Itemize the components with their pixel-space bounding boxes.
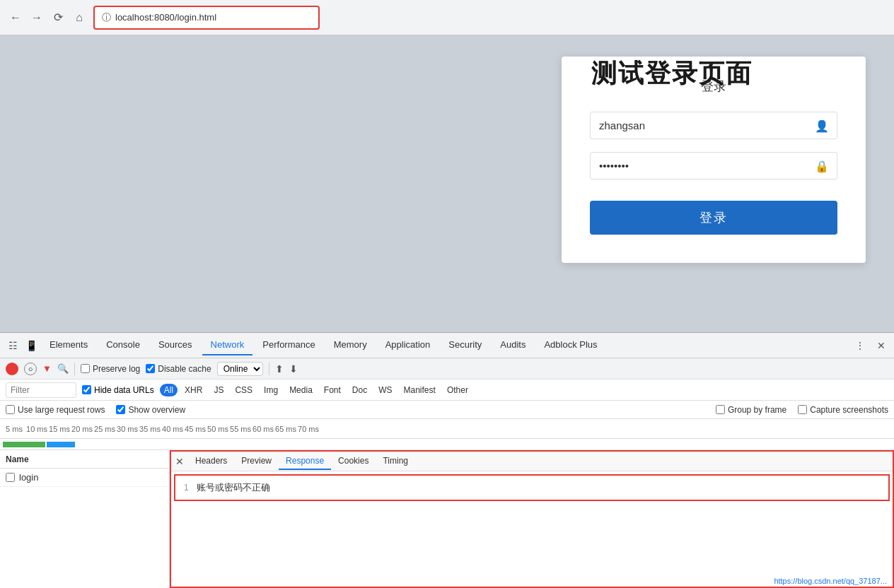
response-tab-timing[interactable]: Timing: [376, 453, 415, 470]
request-checkbox[interactable]: [6, 473, 15, 482]
mobile-icon[interactable]: 📱: [23, 337, 40, 354]
options-right: Group by frame Capture screenshots: [716, 405, 888, 415]
timeline-blue-bar: [47, 442, 75, 447]
browser-content: 测试登录页面 登录 👤 🔒 登录: [0, 35, 894, 332]
tab-audits[interactable]: Audits: [492, 335, 534, 355]
response-tab-headers[interactable]: Headers: [188, 453, 234, 470]
stop-button[interactable]: ○: [24, 363, 37, 375]
tab-network[interactable]: Network: [202, 335, 253, 355]
tab-adblock[interactable]: Adblock Plus: [535, 335, 605, 355]
filter-tag-other[interactable]: Other: [443, 384, 472, 396]
forward-button[interactable]: →: [28, 9, 45, 26]
filter-tag-manifest[interactable]: Manifest: [400, 384, 440, 396]
response-content: 1 账号或密码不正确: [174, 474, 890, 501]
filter-tag-ws[interactable]: WS: [374, 384, 396, 396]
close-devtools-icon[interactable]: ✕: [873, 337, 890, 354]
password-input[interactable]: [590, 152, 837, 180]
record-button[interactable]: [6, 363, 18, 375]
timeline-colors: [0, 439, 894, 450]
capture-screenshots-checkbox[interactable]: Capture screenshots: [798, 405, 888, 415]
filter-tag-media[interactable]: Media: [285, 384, 317, 396]
timeline-30ms: 30 ms: [116, 425, 139, 433]
response-panel: ✕ Headers Preview Response Cookies Timin…: [170, 450, 894, 588]
timeline-60ms: 60 ms: [252, 425, 274, 433]
tab-memory[interactable]: Memory: [325, 335, 376, 355]
timeline-45ms: 45 ms: [184, 425, 207, 433]
tab-performance[interactable]: Performance: [254, 335, 323, 355]
request-list-header: Name: [0, 450, 169, 469]
throttle-select[interactable]: Online: [217, 362, 263, 376]
login-button[interactable]: 登录: [590, 201, 837, 235]
timeline-10ms: 10 ms: [25, 425, 48, 433]
timeline-green-bar: [3, 442, 45, 447]
request-row[interactable]: login: [0, 469, 169, 487]
group-by-frame-checkbox[interactable]: Group by frame: [716, 405, 786, 415]
options-left: Use large request rows Show overview: [6, 405, 185, 415]
tab-security[interactable]: Security: [440, 335, 490, 355]
filter-tag-xhr[interactable]: XHR: [180, 384, 207, 396]
hide-data-urls-checkbox[interactable]: Hide data URLs: [82, 385, 154, 395]
inspector-icon[interactable]: ☷: [4, 337, 21, 354]
network-toolbar: ○ ▼ 🔍 Preserve log Disable cache Online …: [0, 358, 894, 380]
response-line-number: 1: [184, 483, 189, 493]
timeline-25ms: 25 ms: [93, 425, 116, 433]
filter-icon: ▼: [42, 363, 52, 374]
show-overview-checkbox[interactable]: Show overview: [116, 405, 185, 415]
timeline-35ms: 35 ms: [139, 425, 161, 433]
user-icon: 👤: [815, 119, 829, 132]
page-title: 测试登录页面: [591, 57, 753, 91]
timeline-5ms: 5 ms: [3, 425, 25, 433]
filter-tag-css[interactable]: CSS: [231, 384, 257, 396]
url-text: localhost:8080/login.html: [115, 12, 216, 23]
footer-link[interactable]: https://blog.csdn.net/qq_37187...: [774, 577, 887, 585]
filter-bar: Hide data URLs All XHR JS CSS Img Media …: [0, 380, 894, 401]
preserve-log-checkbox[interactable]: Preserve log: [81, 364, 140, 374]
response-close-icon[interactable]: ✕: [175, 456, 184, 467]
response-tab-cookies[interactable]: Cookies: [331, 453, 376, 470]
username-group: 👤: [590, 112, 837, 139]
disable-cache-checkbox[interactable]: Disable cache: [146, 364, 211, 374]
filter-tag-img[interactable]: Img: [260, 384, 282, 396]
filter-tag-all[interactable]: All: [160, 384, 178, 396]
timeline-70ms: 70 ms: [297, 425, 320, 433]
tab-sources[interactable]: Sources: [150, 335, 201, 355]
tab-elements[interactable]: Elements: [41, 335, 96, 355]
home-button[interactable]: ⌂: [71, 9, 88, 26]
filter-tag-js[interactable]: JS: [209, 384, 228, 396]
response-tabs: ✕ Headers Preview Response Cookies Timin…: [171, 452, 893, 471]
devtools-action-icons: ⋮ ✕: [852, 337, 890, 354]
browser-chrome: ← → ⟳ ⌂ ⓘ localhost:8080/login.html: [0, 0, 894, 35]
back-button[interactable]: ←: [7, 9, 24, 26]
timeline-bar: 5 ms 10 ms 15 ms 20 ms 25 ms 30 ms 35 ms…: [0, 419, 894, 439]
filter-tag-font[interactable]: Font: [320, 384, 345, 396]
devtools-panel: ☷ 📱 Elements Console Sources Network Per…: [0, 332, 894, 588]
tab-application[interactable]: Application: [377, 335, 439, 355]
request-list: Name login: [0, 450, 170, 588]
download-icon[interactable]: ⬇: [289, 363, 298, 375]
nav-buttons: ← → ⟳ ⌂: [7, 9, 88, 26]
timeline-55ms: 55 ms: [229, 425, 252, 433]
response-tab-response[interactable]: Response: [279, 453, 331, 470]
tab-console[interactable]: Console: [98, 335, 149, 355]
filter-input[interactable]: [6, 382, 76, 398]
dots-icon[interactable]: ⋮: [852, 337, 869, 354]
address-bar[interactable]: ⓘ localhost:8080/login.html: [93, 6, 320, 30]
upload-icon[interactable]: ⬆: [275, 363, 284, 375]
lock-icon: 🔒: [815, 159, 829, 172]
timeline-65ms: 65 ms: [274, 425, 297, 433]
large-rows-checkbox[interactable]: Use large request rows: [6, 405, 105, 415]
toolbar-separator-2: [269, 363, 269, 375]
username-input[interactable]: [590, 112, 837, 139]
timeline-20ms: 20 ms: [71, 425, 93, 433]
lock-icon: ⓘ: [102, 11, 111, 24]
devtools-main: Name login ✕ Headers Preview Response Co…: [0, 450, 894, 588]
response-tab-preview[interactable]: Preview: [234, 453, 279, 470]
toolbar-separator: [74, 363, 75, 375]
options-row: Use large request rows Show overview Gro…: [0, 401, 894, 419]
filter-tag-doc[interactable]: Doc: [348, 384, 371, 396]
reload-button[interactable]: ⟳: [50, 9, 66, 26]
timeline-50ms: 50 ms: [207, 425, 229, 433]
timeline-40ms: 40 ms: [161, 425, 184, 433]
devtools-tabs-bar: ☷ 📱 Elements Console Sources Network Per…: [0, 333, 894, 358]
response-text: 账号或密码不正确: [197, 482, 270, 493]
